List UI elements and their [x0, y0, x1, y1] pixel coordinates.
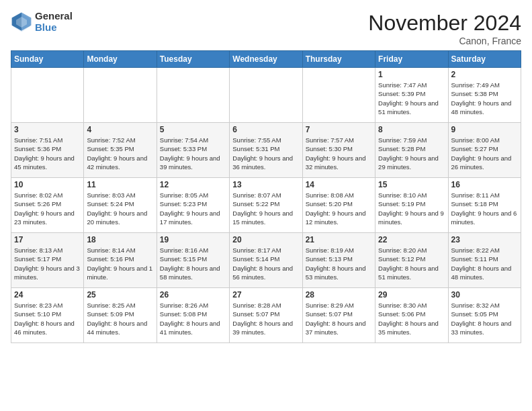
day-number: 18: [87, 235, 153, 244]
day-number: 13: [232, 180, 299, 189]
calendar-cell: 21Sunrise: 8:19 AM Sunset: 5:13 PM Dayli…: [302, 233, 375, 288]
day-header-tuesday: Tuesday: [157, 51, 229, 68]
day-number: 3: [14, 125, 81, 134]
day-header-thursday: Thursday: [302, 51, 375, 68]
calendar-cell: 22Sunrise: 8:20 AM Sunset: 5:12 PM Dayli…: [375, 233, 448, 288]
calendar-cell: 5Sunrise: 7:54 AM Sunset: 5:33 PM Daylig…: [157, 123, 229, 178]
day-header-saturday: Saturday: [448, 51, 521, 68]
calendar-cell: [157, 68, 229, 123]
day-number: 19: [160, 235, 226, 244]
calendar-cell: 13Sunrise: 8:07 AM Sunset: 5:22 PM Dayli…: [230, 178, 302, 233]
page-container: General Blue November 2024 Canon, France…: [0, 0, 532, 349]
day-header-wednesday: Wednesday: [230, 51, 302, 68]
calendar-table: SundayMondayTuesdayWednesdayThursdayFrid…: [11, 50, 521, 343]
day-info: Sunrise: 8:05 AM Sunset: 5:23 PM Dayligh…: [160, 191, 226, 226]
day-info: Sunrise: 8:14 AM Sunset: 5:16 PM Dayligh…: [87, 246, 153, 281]
calendar-cell: [84, 68, 157, 123]
day-number: 15: [378, 180, 445, 189]
calendar-cell: [230, 68, 302, 123]
calendar-body: 1Sunrise: 7:47 AM Sunset: 5:39 PM Daylig…: [11, 68, 521, 343]
day-info: Sunrise: 7:54 AM Sunset: 5:33 PM Dayligh…: [160, 136, 226, 171]
calendar-cell: 20Sunrise: 8:17 AM Sunset: 5:14 PM Dayli…: [230, 233, 302, 288]
day-info: Sunrise: 8:26 AM Sunset: 5:08 PM Dayligh…: [160, 301, 226, 336]
day-info: Sunrise: 8:23 AM Sunset: 5:10 PM Dayligh…: [14, 301, 81, 336]
day-number: 6: [232, 125, 299, 134]
day-info: Sunrise: 7:49 AM Sunset: 5:38 PM Dayligh…: [451, 81, 518, 116]
day-number: 28: [306, 290, 372, 300]
day-number: 23: [451, 235, 518, 244]
calendar-cell: 8Sunrise: 7:59 AM Sunset: 5:28 PM Daylig…: [375, 123, 448, 178]
day-number: 8: [378, 125, 445, 134]
day-info: Sunrise: 8:29 AM Sunset: 5:07 PM Dayligh…: [306, 301, 372, 336]
day-info: Sunrise: 7:47 AM Sunset: 5:39 PM Dayligh…: [378, 81, 445, 116]
day-number: 21: [306, 235, 372, 244]
day-number: 4: [87, 125, 153, 134]
day-info: Sunrise: 8:25 AM Sunset: 5:09 PM Dayligh…: [87, 301, 153, 336]
day-number: 1: [378, 70, 445, 79]
day-info: Sunrise: 8:03 AM Sunset: 5:24 PM Dayligh…: [87, 191, 153, 226]
calendar-cell: 9Sunrise: 8:00 AM Sunset: 5:27 PM Daylig…: [448, 123, 521, 178]
day-info: Sunrise: 8:22 AM Sunset: 5:11 PM Dayligh…: [451, 246, 518, 281]
day-info: Sunrise: 8:07 AM Sunset: 5:22 PM Dayligh…: [232, 191, 299, 226]
calendar-cell: 12Sunrise: 8:05 AM Sunset: 5:23 PM Dayli…: [157, 178, 229, 233]
day-number: 24: [14, 290, 81, 300]
calendar-week-2: 3Sunrise: 7:51 AM Sunset: 5:36 PM Daylig…: [11, 123, 521, 178]
day-header-sunday: Sunday: [11, 51, 84, 68]
day-info: Sunrise: 8:28 AM Sunset: 5:07 PM Dayligh…: [232, 301, 299, 336]
day-number: 14: [306, 180, 372, 189]
logo-text: General Blue: [35, 11, 73, 33]
month-title: November 2024: [368, 11, 521, 36]
day-number: 26: [160, 290, 226, 300]
calendar-week-1: 1Sunrise: 7:47 AM Sunset: 5:39 PM Daylig…: [11, 68, 521, 123]
day-info: Sunrise: 7:59 AM Sunset: 5:28 PM Dayligh…: [378, 136, 445, 171]
logo-icon: [11, 11, 32, 33]
day-header-friday: Friday: [375, 51, 448, 68]
day-number: 16: [451, 180, 518, 189]
calendar-header: SundayMondayTuesdayWednesdayThursdayFrid…: [11, 51, 521, 68]
location: Canon, France: [368, 36, 521, 46]
day-number: 11: [87, 180, 153, 189]
calendar-cell: 27Sunrise: 8:28 AM Sunset: 5:07 PM Dayli…: [230, 288, 302, 343]
calendar-cell: 23Sunrise: 8:22 AM Sunset: 5:11 PM Dayli…: [448, 233, 521, 288]
day-info: Sunrise: 8:02 AM Sunset: 5:26 PM Dayligh…: [14, 191, 81, 226]
day-info: Sunrise: 8:11 AM Sunset: 5:18 PM Dayligh…: [451, 191, 518, 226]
logo-blue-text: Blue: [35, 22, 73, 34]
day-number: 25: [87, 290, 153, 300]
day-number: 12: [160, 180, 226, 189]
day-info: Sunrise: 7:55 AM Sunset: 5:31 PM Dayligh…: [232, 136, 299, 171]
header: General Blue November 2024 Canon, France: [11, 11, 521, 46]
day-number: 2: [451, 70, 518, 79]
day-number: 7: [306, 125, 372, 134]
calendar-cell: 4Sunrise: 7:52 AM Sunset: 5:35 PM Daylig…: [84, 123, 157, 178]
calendar-week-4: 17Sunrise: 8:13 AM Sunset: 5:17 PM Dayli…: [11, 233, 521, 288]
calendar-cell: 14Sunrise: 8:08 AM Sunset: 5:20 PM Dayli…: [302, 178, 375, 233]
day-info: Sunrise: 8:32 AM Sunset: 5:05 PM Dayligh…: [451, 301, 518, 336]
day-info: Sunrise: 8:19 AM Sunset: 5:13 PM Dayligh…: [306, 246, 372, 281]
calendar-cell: 7Sunrise: 7:57 AM Sunset: 5:30 PM Daylig…: [302, 123, 375, 178]
day-info: Sunrise: 8:17 AM Sunset: 5:14 PM Dayligh…: [232, 246, 299, 281]
day-number: 20: [232, 235, 299, 244]
title-block: November 2024 Canon, France: [368, 11, 521, 46]
day-info: Sunrise: 7:57 AM Sunset: 5:30 PM Dayligh…: [306, 136, 372, 171]
header-row: SundayMondayTuesdayWednesdayThursdayFrid…: [11, 51, 521, 68]
day-info: Sunrise: 8:16 AM Sunset: 5:15 PM Dayligh…: [160, 246, 226, 281]
calendar-cell: [11, 68, 84, 123]
day-number: 9: [451, 125, 518, 134]
day-number: 10: [14, 180, 81, 189]
day-number: 27: [232, 290, 299, 300]
day-info: Sunrise: 8:10 AM Sunset: 5:19 PM Dayligh…: [378, 191, 445, 226]
day-info: Sunrise: 8:00 AM Sunset: 5:27 PM Dayligh…: [451, 136, 518, 171]
calendar-cell: 16Sunrise: 8:11 AM Sunset: 5:18 PM Dayli…: [448, 178, 521, 233]
day-number: 29: [378, 290, 445, 300]
day-info: Sunrise: 8:20 AM Sunset: 5:12 PM Dayligh…: [378, 246, 445, 281]
calendar-cell: 2Sunrise: 7:49 AM Sunset: 5:38 PM Daylig…: [448, 68, 521, 123]
day-number: 30: [451, 290, 518, 300]
day-info: Sunrise: 8:08 AM Sunset: 5:20 PM Dayligh…: [306, 191, 372, 226]
calendar-week-5: 24Sunrise: 8:23 AM Sunset: 5:10 PM Dayli…: [11, 288, 521, 343]
day-number: 22: [378, 235, 445, 244]
day-header-monday: Monday: [84, 51, 157, 68]
day-info: Sunrise: 8:13 AM Sunset: 5:17 PM Dayligh…: [14, 246, 81, 281]
calendar-cell: 30Sunrise: 8:32 AM Sunset: 5:05 PM Dayli…: [448, 288, 521, 343]
calendar-cell: 3Sunrise: 7:51 AM Sunset: 5:36 PM Daylig…: [11, 123, 84, 178]
calendar-cell: 18Sunrise: 8:14 AM Sunset: 5:16 PM Dayli…: [84, 233, 157, 288]
